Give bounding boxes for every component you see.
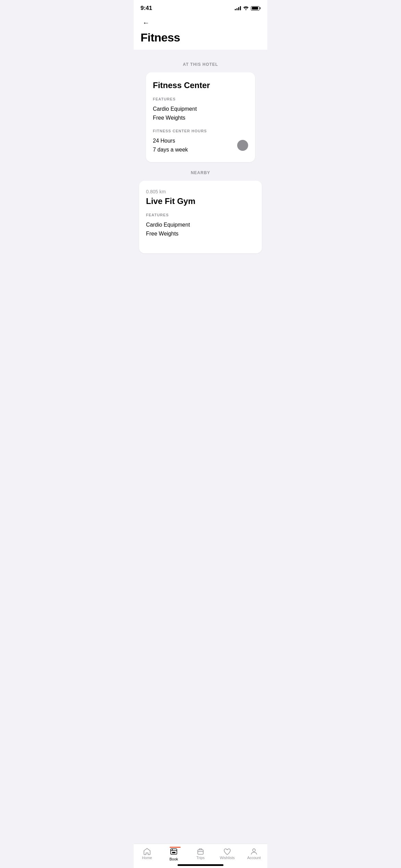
- nearby-section: NEARBY 0.805 km Live Fit Gym FEATURES Ca…: [134, 165, 267, 253]
- hours-section: FITNESS CENTER HOURS 24 Hours 7 days a w…: [153, 129, 248, 154]
- fitness-center-title: Fitness Center: [153, 81, 248, 90]
- nearby-features-section: FEATURES Cardio Equipment Free Weights: [146, 213, 255, 238]
- hours-line2: 7 days a week: [153, 145, 188, 154]
- nearby-features-label: FEATURES: [146, 213, 255, 217]
- back-arrow-icon: ←: [143, 19, 149, 27]
- features-section: FEATURES Cardio Equipment Free Weights: [153, 97, 248, 122]
- gym-distance: 0.805 km: [146, 189, 255, 194]
- back-button[interactable]: ←: [141, 17, 151, 28]
- battery-icon: [251, 6, 260, 11]
- page-title: Fitness: [141, 31, 260, 44]
- main-content: AT THIS HOTEL Fitness Center FEATURES Ca…: [134, 50, 267, 284]
- fitness-center-card: Fitness Center FEATURES Cardio Equipment…: [146, 72, 255, 162]
- nearby-feature-cardio: Cardio Equipment: [146, 220, 255, 229]
- hours-line1: 24 Hours: [153, 136, 188, 145]
- signal-icon: [235, 6, 241, 10]
- feature-weights: Free Weights: [153, 113, 248, 122]
- at-this-hotel-label: AT THIS HOTEL: [141, 57, 260, 67]
- feature-cardio: Cardio Equipment: [153, 105, 248, 113]
- status-icons: [235, 6, 260, 11]
- wifi-icon: [243, 6, 249, 10]
- live-fit-gym-card: 0.805 km Live Fit Gym FEATURES Cardio Eq…: [139, 181, 262, 253]
- gym-title: Live Fit Gym: [146, 196, 255, 206]
- nearby-label: NEARBY: [134, 165, 267, 175]
- hours-label: FITNESS CENTER HOURS: [153, 129, 248, 133]
- at-this-hotel-section: AT THIS HOTEL Fitness Center FEATURES Ca…: [134, 50, 267, 162]
- features-label: FEATURES: [153, 97, 248, 101]
- header: ← Fitness: [134, 14, 267, 50]
- status-bar: 9:41: [134, 0, 267, 14]
- status-time: 9:41: [141, 5, 152, 12]
- nearby-feature-weights: Free Weights: [146, 229, 255, 238]
- hours-status-indicator: [237, 140, 248, 151]
